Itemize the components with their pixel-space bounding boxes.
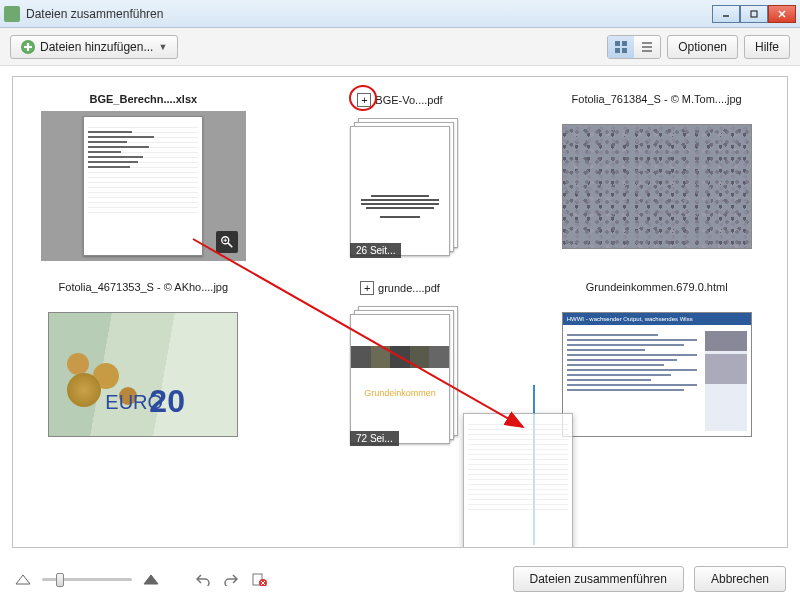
maximize-button[interactable] — [740, 5, 768, 23]
file-name: Grundeinkommen.679.0.html — [586, 281, 728, 293]
money-image: EURO — [48, 312, 238, 437]
thumbnail-view-button[interactable] — [608, 36, 634, 58]
file-name: grunde....pdf — [378, 282, 440, 294]
expand-pages-button[interactable]: + — [357, 93, 371, 107]
footer-bar: Dateien zusammenführen Abbrechen — [0, 558, 800, 600]
zoom-slider[interactable] — [42, 578, 132, 581]
add-files-icon — [21, 40, 35, 54]
file-thumb[interactable] — [41, 111, 246, 261]
list-view-button[interactable] — [634, 36, 660, 58]
svg-marker-18 — [144, 575, 158, 584]
help-button[interactable]: Hilfe — [744, 35, 790, 59]
file-item[interactable]: BGE_Berechn....xlsx — [25, 93, 262, 263]
window-titlebar: Dateien zusammenführen — [0, 0, 800, 28]
webpage-header: HWWI - wachsender Output, wachsendes Wis… — [563, 313, 751, 325]
file-name: BGE_Berechn....xlsx — [90, 93, 198, 105]
cancel-button[interactable]: Abbrechen — [694, 566, 786, 592]
file-thumb[interactable] — [554, 111, 759, 261]
merge-button[interactable]: Dateien zusammenführen — [513, 566, 684, 592]
file-item[interactable]: Grundeinkommen.679.0.html HWWI - wachsen… — [538, 281, 775, 451]
file-item[interactable]: + BGE-Vo....pdf 26 Seit... — [282, 93, 519, 263]
svg-rect-6 — [615, 48, 620, 53]
undo-button[interactable] — [194, 571, 212, 587]
page-count-badge: 26 Seit... — [350, 243, 401, 258]
page-count-badge: 72 Sei... — [350, 431, 399, 446]
file-item[interactable]: Fotolia_4671353_S - © AKho....jpg EURO — [25, 281, 262, 451]
webpage-thumb: HWWI - wachsender Output, wachsendes Wis… — [562, 312, 752, 437]
file-item[interactable]: Fotolia_761384_S - © M.Tom....jpg — [538, 93, 775, 263]
svg-rect-4 — [615, 41, 620, 46]
app-icon — [4, 6, 20, 22]
svg-rect-5 — [622, 41, 627, 46]
file-thumb[interactable]: EURO — [41, 299, 246, 449]
add-files-button[interactable]: Dateien hinzufügen... ▼ — [10, 35, 178, 59]
add-files-label: Dateien hinzufügen... — [40, 40, 153, 54]
file-thumb[interactable]: 26 Seit... — [297, 113, 502, 263]
toolbar: Dateien hinzufügen... ▼ Optionen Hilfe — [0, 28, 800, 66]
crowd-image — [562, 124, 752, 249]
file-name: Fotolia_4671353_S - © AKho....jpg — [59, 281, 229, 293]
svg-rect-1 — [751, 11, 757, 17]
file-thumb[interactable]: HWWI - wachsender Output, wachsendes Wis… — [554, 299, 759, 449]
window-title: Dateien zusammenführen — [26, 7, 712, 21]
close-button[interactable] — [768, 5, 796, 23]
remove-button[interactable] — [250, 571, 268, 587]
svg-marker-17 — [16, 575, 30, 584]
file-name: Fotolia_761384_S - © M.Tom....jpg — [572, 93, 742, 105]
svg-rect-7 — [622, 48, 627, 53]
options-button[interactable]: Optionen — [667, 35, 738, 59]
currency-word: EURO — [105, 391, 163, 414]
expand-pages-button[interactable]: + — [360, 281, 374, 295]
pdf-cover-title: Grundeinkommen — [364, 388, 436, 398]
chevron-down-icon: ▼ — [158, 42, 167, 52]
zoom-in-icon[interactable] — [142, 571, 160, 587]
drag-ghost — [463, 413, 573, 548]
redo-button[interactable] — [222, 571, 240, 587]
file-grid-frame: BGE_Berechn....xlsx — [12, 76, 788, 548]
zoom-out-icon[interactable] — [14, 571, 32, 587]
svg-line-12 — [228, 243, 232, 247]
minimize-button[interactable] — [712, 5, 740, 23]
zoom-icon[interactable] — [216, 231, 238, 253]
file-name: BGE-Vo....pdf — [375, 94, 442, 106]
view-toggle — [607, 35, 661, 59]
